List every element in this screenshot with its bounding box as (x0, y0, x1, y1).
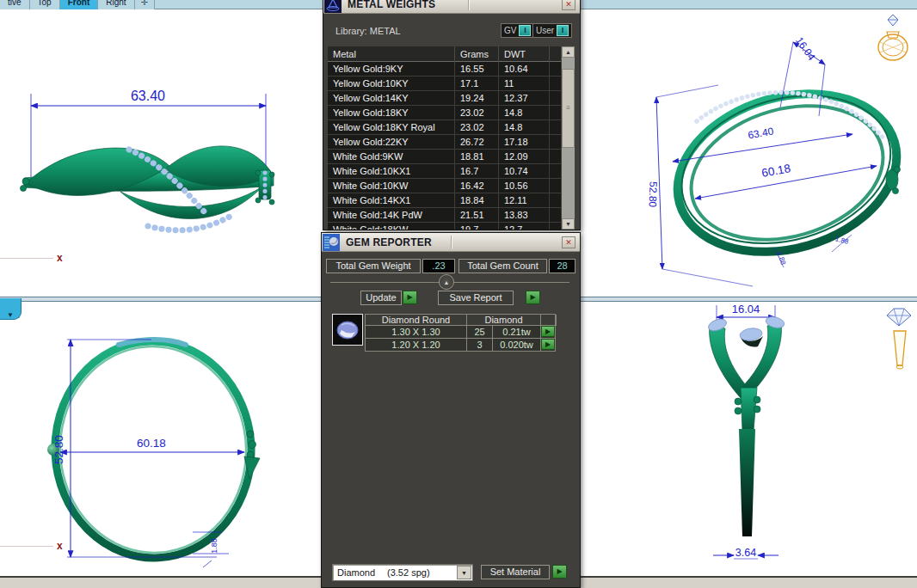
metal-table-row[interactable]: Yellow Gold:18KY23.0214.8 (328, 106, 562, 120)
gem-cell-size: 1.30 X 1.30 (366, 326, 467, 338)
tab-right[interactable]: Right (98, 0, 134, 9)
metal-table-row[interactable]: Yellow Gold:18KY Royal23.0214.8 (328, 120, 562, 135)
metal-cell-dwt: 14.8 (499, 120, 550, 134)
metal-cell-dwt: 14.8 (499, 106, 550, 119)
gem-cell-weight: 0.21tw (493, 326, 541, 338)
gem-table-row[interactable]: 1.30 X 1.30250.21tw▶ (365, 326, 556, 339)
set-material-go-button[interactable]: ▶ (552, 565, 567, 579)
chevron-up-icon: ▲ (444, 279, 450, 285)
column-header-dwt[interactable]: DWT (499, 46, 550, 62)
update-button[interactable]: Update (360, 291, 402, 305)
metal-table-row[interactable]: White Gold:10KW16.4210.56 (328, 179, 562, 193)
close-icon[interactable]: ✕ (562, 0, 575, 10)
dimension-label: 1.88 (834, 235, 850, 246)
metal-table-row[interactable]: White Gold:14KX118.8412.11 (328, 193, 562, 208)
metal-cell-grams: 16.55 (455, 62, 499, 76)
total-gem-weight-value: .23 (422, 259, 455, 273)
gem-row-go-button[interactable]: ▶ (541, 326, 555, 337)
column-header-metal[interactable]: Metal (328, 46, 455, 62)
column-header-grams[interactable]: Grams (455, 46, 499, 62)
user-label: User (536, 26, 554, 35)
gem-reporter-dialog[interactable]: GEM REPORTER ✕ Total Gem Weight .23 Tota… (321, 232, 581, 588)
total-gem-count-label: Total Gem Count (459, 259, 547, 273)
viewport-right[interactable]: 16.04 3.64 (581, 302, 917, 576)
scroll-up-icon[interactable]: ▲ (562, 46, 575, 58)
metal-cell-dwt: 17.18 (499, 135, 550, 149)
metal-cell-filler (550, 120, 562, 134)
metal-cell-metal: White Gold:10KW (328, 179, 455, 193)
tab-perspective[interactable]: tive (0, 0, 30, 9)
metal-cell-grams: 17.1 (455, 77, 499, 90)
metal-cell-filler (550, 164, 562, 178)
metal-cell-grams: 16.42 (455, 179, 499, 193)
new-viewport-tab-icon[interactable]: ✛ (135, 0, 155, 9)
collapse-panel-button[interactable]: ▲ (439, 274, 454, 290)
metal-table-row[interactable]: Yellow Gold:14KY19.2412.37 (328, 91, 562, 106)
play-icon: ▶ (407, 293, 412, 301)
gem-column-gem[interactable]: Diamond (467, 315, 541, 326)
library-value: METAL (370, 26, 401, 36)
metal-weights-dialog[interactable]: METAL WEIGHTS ✕ Library: METAL GV I User… (323, 0, 581, 230)
metal-table-row[interactable]: White Gold:14K PdW21.5113.83 (328, 208, 562, 223)
metal-cell-grams: 21.51 (455, 208, 499, 222)
metal-cell-dwt: 10.56 (499, 179, 550, 193)
tab-top[interactable]: Top (30, 0, 60, 9)
gv-toggle-button[interactable]: I (519, 25, 531, 36)
axis-x-marker: x (57, 540, 63, 552)
tab-front[interactable]: Front (60, 0, 99, 9)
metal-cell-metal: Yellow Gold:9KY (328, 62, 455, 76)
save-report-go-button[interactable]: ▶ (526, 291, 540, 304)
metal-table-row[interactable]: White Gold:10KX116.710.74 (328, 164, 562, 179)
axis-x-marker: x (57, 252, 63, 264)
metal-weights-title-bar[interactable]: METAL WEIGHTS ✕ (323, 0, 580, 14)
set-material-button[interactable]: Set Material (481, 565, 550, 579)
metal-cell-metal: Yellow Gold:18KY Royal (328, 120, 455, 134)
gem-reporter-title-bar[interactable]: GEM REPORTER ✕ (322, 233, 580, 252)
metal-cell-filler (550, 179, 562, 193)
metal-table-row[interactable]: White Gold:18KW19.712.7 (328, 223, 562, 230)
grip-icon: ≡ (566, 104, 570, 112)
dimension-label: 60.18 (137, 437, 166, 450)
panel-pull-tab[interactable]: ▼ (0, 298, 22, 320)
metal-cell-grams: 16.7 (455, 164, 499, 178)
dimension-label: 1.88 (210, 538, 218, 554)
metal-cell-metal: Yellow Gold:18KY (328, 106, 455, 119)
title-bar-separator (451, 236, 452, 248)
total-gem-weight-label: Total Gem Weight (326, 259, 421, 273)
bangle-top-view-drawing: 63.40 (0, 9, 321, 297)
metal-table-row[interactable]: White Gold:9KW18.8112.09 (328, 150, 562, 164)
metal-table-row[interactable]: Yellow Gold:9KY16.5510.64 (328, 62, 562, 77)
gem-cell-weight: 0.020tw (493, 339, 541, 351)
metal-cell-filler (550, 150, 562, 163)
metal-cell-metal: White Gold:14KX1 (328, 193, 455, 207)
metal-cell-grams: 18.84 (455, 193, 499, 207)
scroll-down-icon[interactable]: ▼ (562, 218, 575, 230)
viewport-top-left[interactable]: 63.40 (0, 9, 321, 297)
gem-table-row[interactable]: 1.20 X 1.2030.020tw▶ (365, 339, 556, 352)
metal-table-header: Metal Grams DWT (328, 46, 562, 62)
metal-table-row[interactable]: Yellow Gold:22KY26.7217.18 (328, 135, 562, 150)
metal-table-scrollbar[interactable]: ▲ ≡ ▼ (562, 46, 575, 230)
metal-cell-metal: White Gold:14K PdW (328, 208, 455, 222)
metal-cell-filler (550, 223, 562, 230)
metal-cell-metal: White Gold:9KW (328, 150, 455, 163)
metal-cell-metal: Yellow Gold:22KY (328, 135, 455, 149)
dimension-label: 3.64 (735, 547, 756, 559)
viewport-front[interactable]: 52.80 60.18 1.88 (0, 302, 321, 576)
dimension-label: 60.18 (760, 162, 791, 180)
material-dropdown[interactable]: Diamond (3.52 spg) ▼ (332, 564, 473, 581)
gem-row-go-button[interactable]: ▶ (541, 339, 555, 350)
viewport-perspective[interactable]: 16.04 63.40 60.18 52.80 1.88 1.88 (581, 9, 917, 297)
dropdown-arrow-icon[interactable]: ▼ (457, 566, 471, 579)
metal-table-row[interactable]: Yellow Gold:10KY17.111 (328, 77, 562, 91)
metal-cell-filler (550, 135, 562, 149)
update-go-button[interactable]: ▶ (403, 291, 417, 304)
close-icon[interactable]: ✕ (562, 236, 575, 248)
scrollbar-thumb[interactable]: ≡ (562, 69, 575, 148)
bangle-side-view-drawing: 16.04 3.64 (581, 302, 917, 576)
user-toggle-button[interactable]: I (557, 25, 569, 36)
ring-gauge-icon (878, 15, 908, 60)
metal-cell-filler (550, 106, 562, 119)
gem-column-type[interactable]: Diamond Round (366, 315, 467, 326)
save-report-button[interactable]: Save Report (438, 291, 514, 305)
